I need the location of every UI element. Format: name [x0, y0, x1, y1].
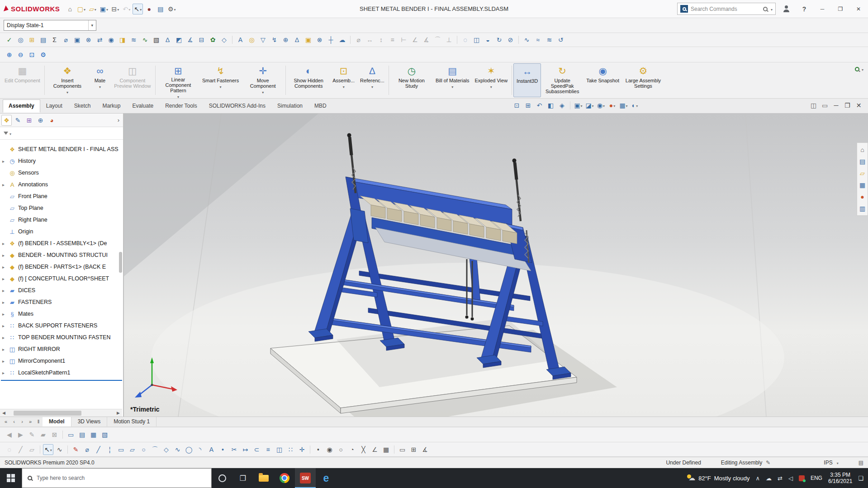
text-icon[interactable]: A	[206, 444, 217, 455]
expand-arrow-icon[interactable]	[2, 288, 8, 293]
composite-curve-icon[interactable]: ≋	[544, 34, 555, 45]
quadrant-snap-icon[interactable]: ◔	[347, 444, 357, 455]
sketch-fillet-icon[interactable]: ◝	[195, 444, 205, 455]
filter-icon[interactable]	[4, 132, 8, 135]
chevron-down-icon[interactable]	[128, 6, 130, 12]
onedrive-cloud-icon[interactable]: ☁	[766, 475, 772, 482]
polygon-icon[interactable]: ◇	[161, 444, 171, 455]
markup-next-icon[interactable]: ▶	[15, 429, 26, 440]
chevron-down-icon[interactable]	[9, 130, 11, 137]
hidden-icons-chevron[interactable]: ∧	[756, 475, 760, 482]
isolate-icon[interactable]: ◌	[460, 34, 470, 45]
chevron-down-icon[interactable]	[580, 102, 583, 109]
move-entities-icon[interactable]: ✛	[297, 444, 307, 455]
chevron-down-icon[interactable]	[490, 83, 492, 90]
intersection-snap-icon[interactable]: ╳	[358, 444, 369, 455]
tab-markup[interactable]: Markup	[96, 99, 126, 113]
chamfer-dimension-icon[interactable]: ∠	[410, 34, 420, 45]
ribbon-button-update-speedpak[interactable]: ↻ Update SpeedPak Subassemblies	[541, 63, 583, 97]
panel-flyout-icon[interactable]: ›	[115, 117, 122, 123]
options-gear-icon[interactable]: ⚙	[166, 4, 177, 14]
thumbnail-view-icon[interactable]: ▧	[100, 429, 110, 440]
expand-arrow-icon[interactable]	[2, 241, 8, 246]
splitter-icon[interactable]: ‖	[35, 418, 42, 426]
configurationmanager-icon[interactable]: ⊞	[24, 115, 34, 126]
equations-icon[interactable]: Σ	[49, 34, 60, 45]
markup-previous-icon[interactable]: ◀	[4, 429, 14, 440]
curve-through-points-icon[interactable]: ∿	[522, 34, 532, 45]
smart-dimension-icon[interactable]: ⌀	[82, 444, 92, 455]
assembly-visualization-icon[interactable]: ◨	[117, 34, 128, 45]
curvature-icon[interactable]: ∿	[140, 34, 150, 45]
view-orientation-icon[interactable]: ▣	[573, 100, 583, 111]
mass-properties-icon[interactable]: ▣	[72, 34, 82, 45]
chevron-down-icon[interactable]	[343, 83, 345, 90]
bounding-box-icon[interactable]: ▭	[66, 429, 76, 440]
ribbon-button-exploded-view[interactable]: ✶ Exploded View	[472, 63, 511, 97]
chevron-down-icon[interactable]	[106, 6, 108, 12]
circle-icon[interactable]: ○	[138, 444, 149, 455]
clearance-verification-icon[interactable]: ⇄	[95, 34, 105, 45]
task-view-button[interactable]: ❐	[232, 468, 253, 488]
chevron-down-icon[interactable]	[592, 102, 594, 109]
chevron-down-icon[interactable]	[836, 460, 839, 466]
command-finder-icon[interactable]	[855, 67, 859, 71]
home-icon[interactable]: ⌂	[65, 4, 75, 14]
tree-item-annotations[interactable]: A Annotations	[0, 179, 123, 190]
vertical-dimension-icon[interactable]: ↕	[376, 34, 386, 45]
line-icon[interactable]: ╱	[93, 444, 104, 455]
lasso-selection-icon[interactable]: ∿	[54, 444, 65, 455]
edge-button[interactable]: e	[316, 468, 337, 488]
ribbon-button-smart-fasteners[interactable]: ↯ Smart Fasteners	[199, 63, 242, 97]
file-properties-icon[interactable]: ▤	[155, 4, 166, 14]
custom-properties-icon[interactable]: ▥	[858, 204, 867, 213]
expand-arrow-icon[interactable]	[2, 265, 8, 270]
window-close-button[interactable]	[851, 2, 866, 16]
horizontal-dimension-icon[interactable]: ↔	[365, 34, 375, 45]
tree-item-front-plane[interactable]: ▱ Front Plane	[0, 190, 123, 202]
block-icon[interactable]: ▣	[303, 34, 313, 45]
previous-study-icon[interactable]: ‹	[10, 418, 18, 426]
ribbon-button-insert-components[interactable]: ❖ Insert Components	[46, 63, 89, 97]
tree-item-history[interactable]: ◷ History	[0, 155, 123, 167]
file-explorer-button[interactable]	[253, 468, 274, 488]
hole-alignment-icon[interactable]: ◉	[106, 34, 116, 45]
tab-3d-views[interactable]: 3D Views	[71, 417, 107, 426]
dynamic-annotation-views-icon[interactable]: ◈	[557, 100, 567, 111]
ribbon-button-linear-component-pattern[interactable]: ⊞ Linear Component Pattern	[157, 63, 199, 97]
center-mark-icon[interactable]: ⊗	[314, 34, 325, 45]
projected-curve-icon[interactable]: ≈	[533, 34, 543, 45]
angle-dimension-icon[interactable]: ∡	[421, 34, 432, 45]
tree-root-assembly[interactable]: ❖ SHEET METAL BENDER I - FINAL ASS	[0, 143, 123, 155]
spline-icon[interactable]: ∿	[172, 444, 183, 455]
weld-symbol-icon[interactable]: ↯	[269, 34, 280, 45]
tree-item-local-sketch-pattern[interactable]: ∷ LocalSketchPattern1	[0, 367, 123, 379]
cortana-button[interactable]	[212, 468, 232, 488]
tree-item-mounting-structure[interactable]: ◆ BENDER - MOUNTING STRUCTUI	[0, 249, 123, 261]
ribbon-button-assembly-features[interactable]: ⊡ Assemb...	[330, 63, 357, 97]
tree-item-fasteners[interactable]: ▰ FASTENERS	[0, 296, 123, 308]
chevron-down-icon[interactable]	[220, 83, 222, 90]
undercut-analysis-icon[interactable]: ◩	[174, 34, 184, 45]
chevron-down-icon[interactable]	[451, 83, 453, 90]
language-indicator[interactable]: ENG	[811, 475, 822, 481]
tree-item-origin[interactable]: ⊥ Origin	[0, 226, 123, 237]
view-settings-icon[interactable]: ◐	[630, 100, 640, 111]
taskbar-search-input[interactable]: Type here to search	[22, 468, 212, 488]
chevron-down-icon[interactable]	[117, 6, 119, 12]
ribbon-button-new-motion-study[interactable]: ◷ New Motion Study	[390, 63, 433, 97]
markup-highlight-icon[interactable]: ▰	[38, 429, 48, 440]
geometric-tolerance-icon[interactable]: ⊕	[280, 34, 291, 45]
draft-analysis-icon[interactable]: ∆	[162, 34, 173, 45]
pack-and-go-icon[interactable]: ⊞	[27, 34, 37, 45]
dimxpertmanager-icon[interactable]: ⊕	[35, 115, 46, 126]
task-pane-resources-icon[interactable]: ⌂	[858, 145, 867, 155]
chevron-down-icon[interactable]	[94, 6, 96, 12]
smart-dimension-icon[interactable]: ⌀	[353, 34, 364, 45]
expand-arrow-icon[interactable]	[2, 359, 8, 364]
grid-view-icon[interactable]: ▦	[88, 429, 99, 440]
solidworks-taskbar-button[interactable]: SW	[295, 468, 316, 488]
symmetry-check-icon[interactable]: ◇	[219, 34, 229, 45]
undo-icon[interactable]: ↶	[121, 4, 132, 14]
speedpak-icon[interactable]: ↻	[494, 34, 504, 45]
